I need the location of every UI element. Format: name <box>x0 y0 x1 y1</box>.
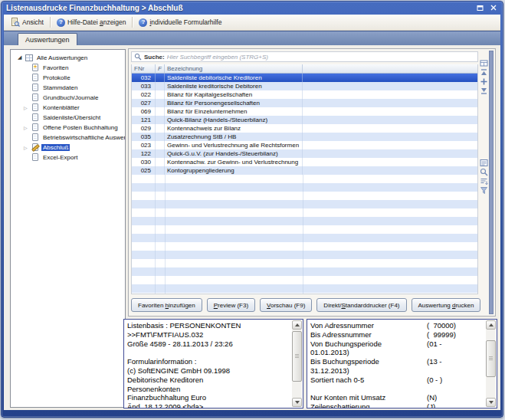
empty-rows <box>132 175 477 294</box>
help-icon <box>57 18 65 27</box>
tree-item-label: Kontenblätter <box>41 104 81 111</box>
tree-item-protokolle[interactable]: Protokolle <box>11 73 125 83</box>
individual-form-help-button[interactable]: individuelle Formularhilfe <box>135 17 225 28</box>
scroll-down-button[interactable] <box>292 398 302 407</box>
cell-bezeichnung: Bilanz für Kapitalgesellschaften <box>165 90 303 99</box>
direct-printer-button[interactable]: Direkt/Standarddrucker (F4) <box>316 298 406 312</box>
info-line: Formularinformation : <box>127 357 290 366</box>
parameter-line: Bis Adressnummer( 99999) <box>310 330 484 340</box>
report-groupbox: Suche: FNr F Bezeichnung 032Saldenliste … <box>128 48 496 317</box>
vorschau-button[interactable]: Vorschau (F9) <box>260 298 312 312</box>
tree-item-label: Offene Posten Buchhaltung <box>41 124 120 131</box>
tree-item-label: Betriebswirtschaftliche Auswertungen <box>41 134 126 141</box>
expander-collapsed-icon[interactable]: ▷ <box>24 146 31 150</box>
tree-item-grundbuch-journale[interactable]: Grundbuch/Journale <box>11 93 125 103</box>
scroll-down-button[interactable] <box>486 398 496 407</box>
cell-fnr: 033 <box>132 82 156 90</box>
print-report-button[interactable]: Auswertung drucken <box>412 298 481 312</box>
cell-f <box>156 99 165 107</box>
expander-collapsed-icon[interactable]: ▷ <box>24 126 31 130</box>
preview-button[interactable]: Preview (F3) <box>207 298 255 312</box>
tree-item-saldenliste-uebersicht[interactable]: Saldenliste/Übersicht <box>11 113 125 123</box>
cell-bezeichnung: Kontennachweis zur Bilanz <box>165 124 303 133</box>
search-input[interactable] <box>167 53 475 61</box>
tree-item-label: Protokolle <box>41 74 72 81</box>
scroll-up-button[interactable] <box>292 320 302 330</box>
tree-item-label: Favoriten <box>41 64 70 71</box>
tab-auswertungen[interactable]: Auswertungen <box>18 33 77 45</box>
cell-f <box>156 158 165 166</box>
scroll-up-button[interactable] <box>486 320 496 330</box>
table-row[interactable]: 029Kontennachweis zur Bilanz <box>132 124 477 133</box>
document-page-icon <box>31 133 40 142</box>
col-bezeichnung[interactable]: Bezeichnung <box>165 64 303 73</box>
app-window: Listenausdrucke Finanzbuchhaltung > Absc… <box>1 1 503 418</box>
scroll-thumb[interactable] <box>292 331 302 382</box>
expander-collapsed-icon[interactable]: ▷ <box>24 106 31 110</box>
scrollbar[interactable] <box>486 320 496 407</box>
parameter-line: 31.12.2013) <box>310 366 484 376</box>
tree-item-kontenblaetter[interactable]: ▷ Kontenblätter <box>11 103 125 113</box>
sort-icon[interactable] <box>480 177 488 185</box>
document-view-icon <box>11 18 20 27</box>
tree-item-betriebswirtschaftliche-auswertungen[interactable]: Betriebswirtschaftliche Auswertungen <box>11 133 125 143</box>
cell-bezeichnung: Quick-Bilanz (Handels-/Steuerbilanz) <box>165 116 303 124</box>
tree-item-abschluss[interactable]: ▷ Abschluß <box>11 143 125 153</box>
table-row[interactable]: 121Quick-Bilanz (Handels-/Steuerbilanz) <box>132 116 477 124</box>
scroll-thumb[interactable] <box>486 340 496 377</box>
table-row[interactable]: 035Zusatzrechnung StB / HB <box>132 133 477 141</box>
restore-button[interactable] <box>475 4 485 12</box>
table-row[interactable]: 030Kontennachw. zur Gewinn- und Verlustr… <box>132 158 477 166</box>
table-row[interactable]: 122Quick-G.u.V. (zur Handels-/Steuerbila… <box>132 149 477 158</box>
document-page-icon <box>31 103 40 112</box>
add-icon[interactable] <box>480 77 488 86</box>
cell-fnr: 069 <box>132 107 156 116</box>
table-row[interactable]: 027Bilanz für Personengesellschaften <box>132 99 477 107</box>
window-controls <box>475 4 498 12</box>
table-header: FNr F Bezeichnung <box>132 64 477 74</box>
table-row[interactable]: 022Bilanz für Kapitalgesellschaften <box>132 90 477 99</box>
cell-bezeichnung: Zusatzrechnung StB / HB <box>165 133 303 141</box>
add-favorite-button[interactable]: Favoriten hinzufügen <box>131 298 202 312</box>
tree-item-excel-export[interactable]: Excel-Export <box>11 153 125 162</box>
filter-icon[interactable] <box>480 186 488 195</box>
table-row[interactable]: 025Kontogruppengliederung <box>132 166 477 175</box>
help-file-button[interactable]: Hilfe-Datei anzeigen <box>53 17 130 28</box>
list-view-icon[interactable] <box>480 159 488 167</box>
scrollbar[interactable] <box>292 320 302 407</box>
cell-fnr: 032 <box>132 74 156 82</box>
table-row[interactable]: 033Saldenliste kreditorische Debitoren <box>132 82 477 90</box>
cell-f <box>156 166 165 175</box>
search-bar[interactable]: Suche: <box>131 51 478 62</box>
jump-to-bottom-icon[interactable] <box>480 87 488 95</box>
info-line: Debitorische Kreditoren <box>127 376 290 385</box>
col-fnr[interactable]: FNr <box>132 64 156 73</box>
table-row[interactable]: 069Bilanz für Einzelunternehmen <box>132 107 477 116</box>
table-row[interactable]: 023Gewinn- und Verlustrechnung alle Rech… <box>132 141 477 149</box>
field-chooser-icon[interactable] <box>480 59 488 67</box>
splitter-handle[interactable] <box>489 51 494 314</box>
expander-expanded-icon[interactable]: ◢ <box>18 55 25 61</box>
tree-item-offene-posten-buchhaltung[interactable]: ▷ Offene Posten Buchhaltung <box>11 123 125 133</box>
info-line: (c) SoftENGINE GmbH 09.1998 <box>127 366 290 376</box>
close-button[interactable] <box>488 4 498 12</box>
parameter-line: Sortiert nach 0-5(0 - ) <box>310 376 484 385</box>
table-row[interactable]: 032Saldenliste debitorische Kreditoren <box>132 74 477 82</box>
jump-to-top-icon[interactable] <box>480 68 488 77</box>
tree-item-stammdaten[interactable]: Stammdaten <box>11 83 125 93</box>
zoom-icon[interactable] <box>480 168 488 176</box>
cell-bezeichnung: Bilanz für Personengesellschaften <box>165 99 303 107</box>
table-body: 032Saldenliste debitorische Kreditoren 0… <box>132 74 477 294</box>
reports-grid-icon <box>25 54 34 62</box>
cell-fnr: 025 <box>132 166 156 175</box>
col-f[interactable]: F <box>156 64 165 73</box>
cell-f <box>156 133 165 141</box>
cell-bezeichnung: Quick-G.u.V. (zur Handels-/Steuerbilanz) <box>165 149 303 158</box>
tree-item-label: Stammdaten <box>41 84 79 91</box>
tree-item-alle-auswertungen[interactable]: ◢ Alle Auswertungen <box>11 53 125 63</box>
ansicht-button[interactable]: Ansicht <box>7 16 48 28</box>
close-icon <box>490 5 497 11</box>
cell-bezeichnung: Kontennachw. zur Gewinn- und Verlustrech… <box>165 158 303 166</box>
titlebar[interactable]: Listenausdrucke Finanzbuchhaltung > Absc… <box>2 2 503 14</box>
tree-item-favoriten[interactable]: Favoriten <box>11 63 125 73</box>
